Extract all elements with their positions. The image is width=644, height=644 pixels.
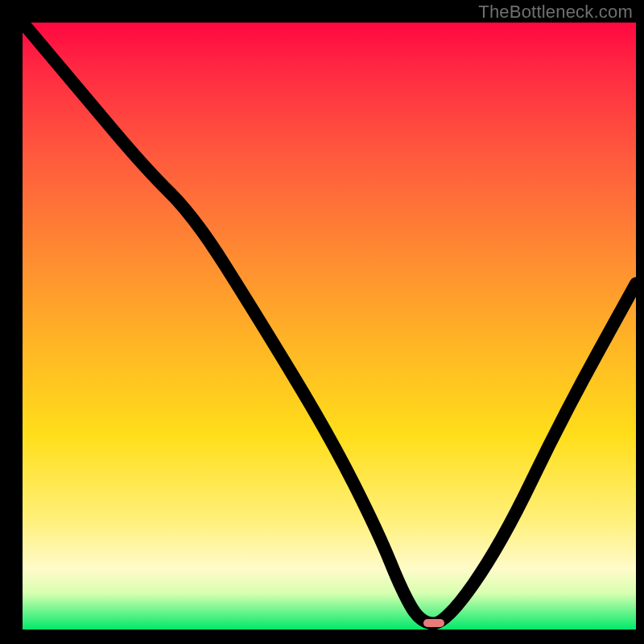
chart-frame: TheBottleneck.com	[0, 0, 644, 644]
watermark-text: TheBottleneck.com	[478, 2, 633, 23]
optimal-marker	[423, 619, 444, 627]
plot-area	[23, 23, 636, 630]
bottleneck-curve	[23, 23, 636, 630]
